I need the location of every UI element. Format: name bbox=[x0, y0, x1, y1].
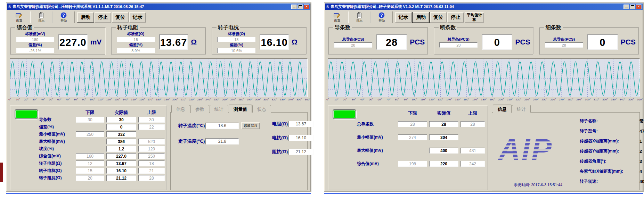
x-axis-ticks: 0°10°20°30°40°50°60°70°80°90°100°110°120… bbox=[328, 98, 640, 102]
maximize-button[interactable] bbox=[297, 5, 303, 9]
svg-text:?: ? bbox=[380, 13, 383, 18]
column-header: 实际值 bbox=[106, 109, 136, 116]
row-label: 最小幅值(mV) bbox=[39, 131, 74, 137]
axis-tick-label: 100° bbox=[411, 98, 417, 101]
axis-tick-label: 200° bbox=[498, 98, 504, 101]
table-row: 最小幅值(mV)274304 bbox=[357, 131, 486, 144]
actual-value-field: 0 bbox=[106, 124, 136, 130]
upper-limit-field[interactable]: 520 bbox=[138, 139, 165, 145]
axis-tick-label: 350° bbox=[296, 98, 302, 101]
upper-limit-field[interactable]: 28 bbox=[138, 175, 165, 181]
standard-value-field[interactable]: 15 bbox=[117, 37, 155, 42]
record-button[interactable]: 记录 bbox=[395, 12, 412, 23]
maximize-button[interactable] bbox=[630, 5, 635, 9]
tab-stats[interactable]: 统计 bbox=[512, 105, 531, 113]
log-button[interactable]: 日志 bbox=[31, 11, 51, 23]
toolbar-separator bbox=[348, 11, 349, 23]
impedance-value: 21.12 bbox=[288, 149, 313, 155]
upper-limit-field[interactable]: 22 bbox=[138, 124, 165, 130]
help-button[interactable]: ? 帮助 bbox=[372, 11, 392, 23]
settings-button[interactable]: 设置 bbox=[9, 11, 29, 23]
info-label: 转子名称: bbox=[580, 118, 639, 124]
upper-limit-field[interactable]: 242 bbox=[460, 161, 485, 167]
axis-tick-label: 360° bbox=[305, 98, 311, 101]
lower-limit-field[interactable]: 250 bbox=[76, 131, 104, 137]
lower-limit-field[interactable]: 28 bbox=[398, 121, 427, 127]
upper-limit-field[interactable]: 120 bbox=[138, 146, 165, 152]
actual-value-field: 16.10 bbox=[106, 168, 136, 174]
panel-composite-value: 综合值 标准值(mV) 180 偏差(%) -26.1% 227.0 mV bbox=[10, 24, 106, 55]
close-button[interactable] bbox=[304, 5, 309, 9]
total-bars-field[interactable]: 28 bbox=[439, 42, 478, 48]
start-button[interactable]: 启动 bbox=[77, 12, 94, 23]
lower-limit-field[interactable]: 12 bbox=[76, 160, 104, 166]
measurement-panels: 导条数 总导条(PCS) 28 28 PCS 断条数 总导条(PCS) 28 bbox=[328, 24, 639, 55]
reset-button[interactable]: 复位 bbox=[430, 12, 447, 23]
axis-tick-label: 220° bbox=[189, 98, 195, 101]
tab-params[interactable]: 参数 bbox=[190, 105, 209, 113]
minimize-button[interactable] bbox=[623, 5, 629, 9]
row-label: 总导条数 bbox=[357, 121, 396, 127]
settings-button[interactable]: 设置 bbox=[327, 11, 347, 23]
waveform-chart: 0°10°20°30°40°50°60°70°80°90°100°110°120… bbox=[328, 58, 640, 102]
upper-limit-field[interactable]: 18 bbox=[138, 160, 165, 166]
total-bars-field[interactable]: 28 bbox=[545, 42, 583, 48]
axis-tick-label: 190° bbox=[164, 98, 170, 101]
settings-icon bbox=[16, 12, 23, 19]
minimize-button[interactable] bbox=[291, 5, 297, 9]
stator-temp-label: 定子温度(℃) bbox=[178, 138, 205, 145]
waveform-chart: 0°10°20°30°40°50°60°70°80°90°100°110°120… bbox=[10, 58, 308, 102]
row-label: 综合值(mV) bbox=[357, 161, 396, 167]
panel-title: 细条数 bbox=[544, 24, 563, 31]
upper-limit-field[interactable]: 28 bbox=[460, 121, 485, 127]
rotor-temp-value: 18.6 bbox=[205, 123, 239, 129]
row-label: 偏差(%) bbox=[39, 124, 74, 130]
axis-tick-label: 30° bbox=[32, 98, 36, 101]
lower-limit-field[interactable]: 30 bbox=[76, 117, 104, 123]
axis-tick-label: 350° bbox=[628, 98, 634, 101]
tab-info[interactable]: 信息 bbox=[171, 105, 190, 113]
waveform-svg bbox=[10, 59, 307, 97]
tab-stats[interactable]: 统计 bbox=[210, 105, 228, 113]
axis-tick-label: 330° bbox=[611, 98, 617, 101]
aip-logo: AIP bbox=[498, 134, 577, 165]
help-button[interactable]: ? 帮助 bbox=[54, 11, 74, 23]
lower-limit-field[interactable]: 15 bbox=[76, 168, 104, 174]
lower-limit-field[interactable]: 160 bbox=[76, 153, 104, 159]
standard-value-field[interactable]: 180 bbox=[16, 37, 54, 42]
deviation-label: 偏差(%) bbox=[230, 42, 243, 48]
table-row: 导条数303030 bbox=[39, 116, 165, 123]
tab-info[interactable]: 信息 bbox=[493, 105, 512, 113]
total-bars-field[interactable]: 28 bbox=[334, 42, 372, 48]
log-button[interactable]: 日志 bbox=[349, 11, 369, 23]
axis-tick-label: 360° bbox=[637, 98, 643, 101]
titlebar[interactable]: ※ 青岛艾普智能仪器有限公司--压铸转子测试系统 V1.1.1-MLT 2016… bbox=[7, 3, 310, 10]
record-button[interactable]: 记录 bbox=[129, 12, 146, 23]
standard-value-field[interactable]: 18 bbox=[217, 37, 255, 42]
lower-limit-field[interactable]: 20 bbox=[76, 175, 104, 181]
info-label: 夹紧气缸X轴距离(mm): bbox=[580, 168, 639, 174]
axis-tick-label: 280° bbox=[568, 98, 573, 101]
tab-status[interactable]: 状态 bbox=[252, 105, 271, 113]
lower-limit-field[interactable]: 274 bbox=[398, 134, 427, 140]
reset-button[interactable]: 复位 bbox=[112, 12, 129, 23]
tab-measure[interactable]: 测量值 bbox=[229, 105, 252, 113]
close-button[interactable] bbox=[636, 5, 642, 9]
start-button[interactable]: 启动 bbox=[413, 12, 429, 23]
average-calc-button[interactable]: 平均值计算 bbox=[465, 12, 484, 23]
panel-title: 转子电抗 bbox=[217, 24, 240, 31]
upper-limit-field[interactable]: 250 bbox=[138, 153, 165, 159]
lower-limit-field[interactable]: 198 bbox=[398, 161, 427, 167]
stop-button[interactable]: 停止 bbox=[447, 12, 464, 23]
titlebar[interactable]: ※ 青岛艾普智能仪器有限公司--转子测试系统 V1.0.2 MLT 2017-0… bbox=[325, 3, 643, 10]
upper-limit-field[interactable]: 21 bbox=[138, 168, 165, 174]
table-row: 转子电抗(Ω)1516.1021 bbox=[39, 167, 165, 174]
stop-button[interactable]: 停止 bbox=[95, 12, 111, 23]
upper-limit-field[interactable]: 30 bbox=[138, 117, 165, 123]
upper-limit-field[interactable]: 431 bbox=[460, 148, 485, 154]
read-temp-button[interactable]: 读取温度 bbox=[241, 122, 260, 129]
axis-tick-label: 170° bbox=[147, 98, 153, 101]
settings-icon bbox=[334, 12, 341, 19]
axis-tick-label: 60° bbox=[378, 98, 382, 101]
panel-title: 导条数 bbox=[333, 24, 352, 31]
